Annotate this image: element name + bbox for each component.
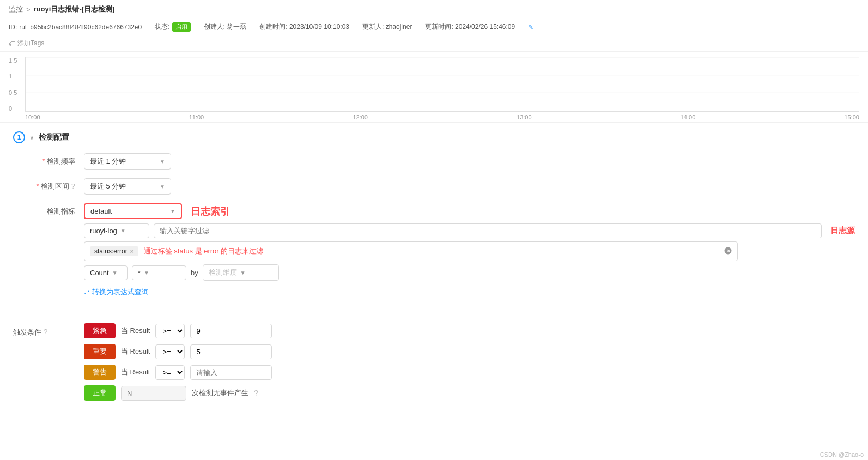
x-label-14: 14:00 — [681, 114, 696, 120]
log-source-chevron-icon: ▼ — [120, 228, 126, 234]
filter-tag-value: status:error — [94, 247, 128, 255]
breadcrumb-separator: > — [26, 5, 31, 14]
frequency-select[interactable]: 最近 1 分钟 ▼ — [84, 153, 171, 170]
by-label: by — [191, 269, 198, 277]
interval-label: 检测区间 ? — [13, 178, 84, 191]
metrics-chevron-icon: ▼ — [170, 208, 175, 214]
convert-link[interactable]: ⇌ 转换为表达式查询 — [84, 287, 855, 297]
section-title: 检测配置 — [39, 132, 69, 142]
detection-config-section: 1 ∨ 检测配置 检测频率 最近 1 分钟 ▼ 检测区间 ? 最近 5 分钟 ▼ — [0, 123, 868, 314]
status-label: 状态: — [155, 22, 169, 32]
dimension-select[interactable]: 检测维度 ▼ — [203, 264, 279, 281]
chart-canvas — [25, 57, 859, 112]
trigger-help-icon[interactable]: ? — [44, 328, 47, 336]
created-time-value: 创建时间: 2023/10/09 10:10:03 — [259, 22, 349, 32]
normal-suffix-text: 次检测无事件产生 — [192, 388, 248, 398]
add-tags-label: 添加Tags — [17, 39, 44, 48]
critical-condition-text: 当 Result — [121, 326, 150, 336]
major-value-input[interactable] — [190, 344, 272, 359]
warning-condition-text: 当 Result — [121, 367, 150, 377]
frequency-chevron-icon: ▼ — [160, 159, 165, 165]
status-badge: 启用 — [172, 22, 191, 32]
warning-condition-select[interactable]: >=><=<= — [155, 365, 185, 380]
critical-value-input[interactable] — [190, 324, 272, 338]
edit-icon[interactable]: ✎ — [528, 23, 533, 31]
meta-updated-time: 更新时间: 2024/02/26 15:46:09 — [425, 22, 515, 32]
normal-count-input[interactable] — [121, 386, 186, 401]
frequency-content: 最近 1 分钟 ▼ — [84, 153, 855, 170]
critical-severity-button[interactable]: 紧急 — [84, 323, 116, 338]
metrics-index-select[interactable]: default ▼ — [84, 203, 182, 219]
trigger-row-container: 触发条件 ? 紧急 当 Result >=><=<= 重要 当 Result >… — [13, 323, 855, 406]
frequency-row: 检测频率 最近 1 分钟 ▼ — [13, 153, 855, 170]
interval-select[interactable]: 最近 5 分钟 ▼ — [84, 178, 171, 195]
trigger-critical-row: 紧急 当 Result >=><=<= — [84, 323, 855, 338]
metrics-annotation: 日志索引 — [191, 205, 230, 218]
chart-x-labels: 10:00 11:00 12:00 13:00 14:00 15:00 — [25, 112, 859, 120]
aggregation-field-select[interactable]: * ▼ — [132, 265, 186, 280]
updated-time-value: 更新时间: 2024/02/26 15:46:09 — [425, 22, 515, 32]
y-label-1.5: 1.5 — [9, 57, 17, 64]
y-label-0.5: 0.5 — [9, 89, 17, 96]
log-source-select[interactable]: ruoyi-log ▼ — [84, 223, 149, 238]
log-filter-input[interactable] — [154, 223, 822, 238]
major-condition-text: 当 Result — [121, 347, 150, 356]
y-label-1: 1 — [9, 73, 17, 80]
meta-updater: 更新人: zhaojiner — [362, 22, 412, 32]
id-value: rul_b95bc2bac88f484f90c62de6766732e0 — [19, 23, 142, 31]
filter-clear-icon[interactable]: ✕ — [724, 247, 732, 256]
metrics-row: 检测指标 default ▼ 日志索引 ruoyi-log ▼ 日志源 — [13, 203, 855, 297]
breadcrumb-parent[interactable]: 监控 — [9, 4, 23, 14]
meta-id: ID: rul_b95bc2bac88f484f90c62de6766732e0 — [9, 23, 142, 31]
interval-help-icon[interactable]: ? — [71, 182, 75, 190]
chart-svg — [26, 57, 859, 111]
x-label-12: 12:00 — [353, 114, 368, 120]
id-label: ID: — [9, 23, 17, 31]
agg-field-chevron-icon: ▼ — [144, 270, 149, 276]
major-condition-select[interactable]: >=><=<= — [155, 344, 185, 359]
agg-func-chevron-icon: ▼ — [112, 270, 118, 276]
interval-row: 检测区间 ? 最近 5 分钟 ▼ — [13, 178, 855, 195]
section-number: 1 — [13, 131, 25, 143]
meta-status: 状态: 启用 — [155, 22, 190, 32]
tags-bar: 🏷 添加Tags — [0, 35, 868, 52]
log-source-row: ruoyi-log ▼ 日志源 — [84, 223, 855, 238]
frequency-select-value: 最近 1 分钟 — [90, 156, 126, 166]
meta-bar: ID: rul_b95bc2bac88f484f90c62de6766732e0… — [0, 19, 868, 35]
metrics-select-value: default — [90, 207, 112, 215]
interval-content: 最近 5 分钟 ▼ — [84, 178, 855, 195]
normal-help-icon[interactable]: ? — [254, 389, 258, 397]
meta-creator: 创建人: 翁一磊 — [204, 22, 247, 32]
warning-severity-button[interactable]: 警告 — [84, 365, 116, 380]
dimension-chevron-icon: ▼ — [240, 270, 246, 276]
interval-select-value: 最近 5 分钟 — [90, 181, 126, 191]
trigger-normal-row: 正常 次检测无事件产生 ? — [84, 385, 855, 401]
aggregation-function-select[interactable]: Count ▼ — [84, 265, 128, 280]
collapse-icon[interactable]: ∨ — [29, 134, 34, 141]
breadcrumb-current: ruoyi日志报错-[日志检测] — [34, 4, 115, 14]
log-source-annotation: 日志源 — [830, 226, 855, 236]
x-label-10: 10:00 — [25, 114, 40, 120]
tag-icon: 🏷 — [9, 40, 15, 47]
trigger-major-row: 重要 当 Result >=><=<= — [84, 344, 855, 359]
x-label-13: 13:00 — [517, 114, 532, 120]
meta-created-time: 创建时间: 2023/10/09 10:10:03 — [259, 22, 349, 32]
aggregation-row: Count ▼ * ▼ by 检测维度 ▼ — [84, 264, 855, 281]
chart-y-labels: 1.5 1 0.5 0 — [9, 57, 17, 112]
interval-chevron-icon: ▼ — [160, 184, 165, 190]
log-source-value: ruoyi-log — [90, 227, 117, 235]
filter-tag-close[interactable]: ✕ — [130, 249, 134, 255]
normal-severity-button[interactable]: 正常 — [84, 385, 116, 401]
x-label-11: 11:00 — [189, 114, 204, 120]
add-tags-button[interactable]: 🏷 添加Tags — [9, 39, 859, 48]
major-severity-button[interactable]: 重要 — [84, 344, 116, 359]
dimension-placeholder: 检测维度 — [209, 268, 237, 277]
agg-func-value: Count — [90, 269, 109, 277]
metrics-content: default ▼ 日志索引 ruoyi-log ▼ 日志源 status:er… — [84, 203, 855, 297]
warning-value-input[interactable] — [190, 365, 272, 380]
frequency-label: 检测频率 — [13, 153, 84, 166]
metrics-label: 检测指标 — [13, 203, 84, 216]
critical-condition-select[interactable]: >=><=<= — [155, 324, 185, 338]
trigger-label: 触发条件 ? — [13, 323, 84, 337]
agg-field-value: * — [138, 269, 141, 277]
